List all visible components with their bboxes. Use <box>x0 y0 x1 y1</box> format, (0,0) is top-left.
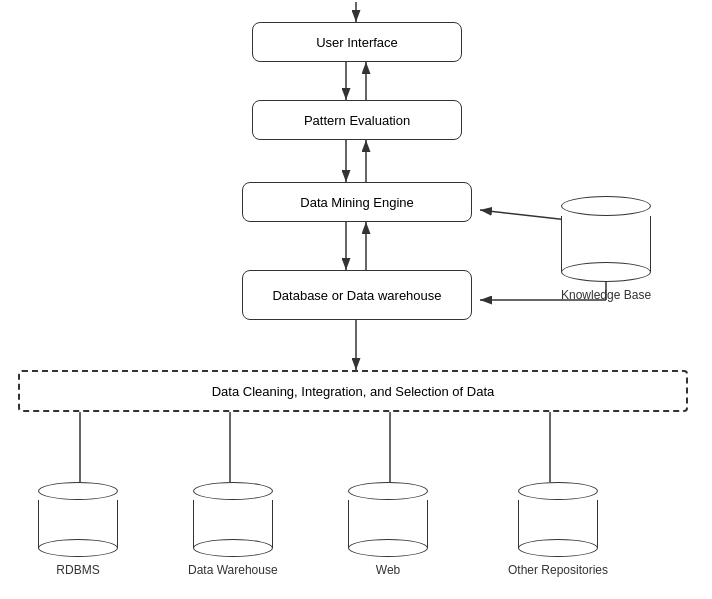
rdbms-label: RDBMS <box>56 563 99 577</box>
data-warehouse-cylinder: Data Warehouse <box>188 482 278 577</box>
web-cylinder: Web <box>348 482 428 577</box>
data-mining-engine-box: Data Mining Engine <box>242 182 472 222</box>
other-repositories-cylinder: Other Repositories <box>508 482 608 577</box>
database-warehouse-box: Database or Data warehouse <box>242 270 472 320</box>
web-top <box>348 482 428 500</box>
web-label: Web <box>376 563 400 577</box>
diagram: User Interface Pattern Evaluation Data M… <box>0 0 712 599</box>
web-bottom <box>348 539 428 557</box>
dw-bottom <box>193 539 273 557</box>
kb-cylinder-bottom <box>561 262 651 282</box>
data-cleaning-box: Data Cleaning, Integration, and Selectio… <box>18 370 688 412</box>
rdbms-bottom <box>38 539 118 557</box>
dw-top <box>193 482 273 500</box>
knowledge-base-label: Knowledge Base <box>561 288 651 302</box>
knowledge-base-cylinder: Knowledge Base <box>561 196 651 302</box>
data-warehouse-label: Data Warehouse <box>188 563 278 577</box>
data-cleaning-label: Data Cleaning, Integration, and Selectio… <box>212 384 495 399</box>
user-interface-box: User Interface <box>252 22 462 62</box>
database-warehouse-label: Database or Data warehouse <box>272 288 441 303</box>
kb-cylinder-top <box>561 196 651 216</box>
data-mining-engine-label: Data Mining Engine <box>300 195 413 210</box>
pattern-evaluation-box: Pattern Evaluation <box>252 100 462 140</box>
pattern-evaluation-label: Pattern Evaluation <box>304 113 410 128</box>
rdbms-cylinder: RDBMS <box>38 482 118 577</box>
rdbms-top <box>38 482 118 500</box>
or-bottom <box>518 539 598 557</box>
other-repos-label: Other Repositories <box>508 563 608 577</box>
user-interface-label: User Interface <box>316 35 398 50</box>
or-top <box>518 482 598 500</box>
